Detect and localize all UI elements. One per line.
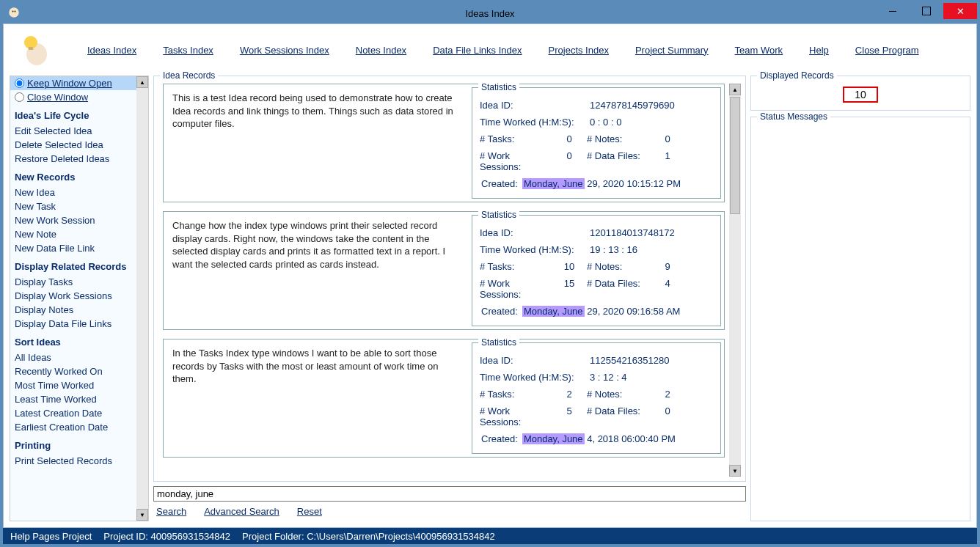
data-files-value: 0 xyxy=(653,405,682,427)
time-worked-label: Time Worked (H:M:S): xyxy=(480,117,590,128)
scroll-down-icon[interactable] xyxy=(136,509,148,521)
sidebar-new-note[interactable]: New Note xyxy=(10,227,148,241)
created-label: Created: xyxy=(481,433,518,444)
sidebar-new-work-session[interactable]: New Work Session xyxy=(10,213,148,227)
menu-project-summary[interactable]: Project Summary xyxy=(635,45,709,56)
svg-rect-5 xyxy=(29,47,33,50)
sidebar-recently-worked-on[interactable]: Recently Worked On xyxy=(10,364,148,378)
status-messages-group: Status Messages xyxy=(750,117,970,521)
notes-value: 2 xyxy=(653,389,682,400)
idea-description: Change how the index type windows print … xyxy=(164,212,469,329)
reset-button[interactable]: Reset xyxy=(297,506,322,517)
sidebar-latest-creation-date[interactable]: Latest Creation Date xyxy=(10,406,148,420)
search-input[interactable] xyxy=(153,486,746,502)
idea-id-label: Idea ID: xyxy=(480,355,590,366)
sidebar-least-time-worked[interactable]: Least Time Worked xyxy=(10,392,148,406)
scroll-down-icon[interactable] xyxy=(729,465,741,477)
sidebar-all-ideas[interactable]: All Ideas xyxy=(10,350,148,364)
sidebar-section-sort-ideas: Sort Ideas xyxy=(10,331,148,350)
tasks-label: # Tasks: xyxy=(480,389,552,400)
sidebar-new-data-file-link[interactable]: New Data File Link xyxy=(10,241,148,255)
displayed-records-legend: Displayed Records xyxy=(757,70,837,81)
idea-record-card[interactable]: Change how the index type windows print … xyxy=(163,211,725,330)
notes-label: # Notes: xyxy=(587,261,653,272)
statistics-box: Statistics Idea ID:1247878145979690 Time… xyxy=(472,87,721,199)
created-rest: 29, 2020 09:16:58 AM xyxy=(585,306,681,317)
scroll-up-icon[interactable] xyxy=(729,84,741,95)
idea-id-label: Idea ID: xyxy=(480,227,590,238)
sidebar-new-idea[interactable]: New Idea xyxy=(10,186,148,199)
notes-label: # Notes: xyxy=(587,389,653,400)
sidebar-display-tasks[interactable]: Display Tasks xyxy=(10,275,148,289)
statistics-box: Statistics Idea ID:112554216351280 Time … xyxy=(472,342,721,454)
records-scrollbar[interactable] xyxy=(729,84,741,477)
window-close-button[interactable] xyxy=(943,3,977,19)
idea-id-value: 112554216351280 xyxy=(590,355,707,366)
idea-description: This is a test Idea record being used to… xyxy=(164,84,469,202)
menu-data-file-links-index[interactable]: Data File Links Index xyxy=(433,45,522,56)
time-worked-value: 3 : 12 : 4 xyxy=(590,372,707,383)
window-maximize-button[interactable] xyxy=(910,3,943,19)
menu-projects-index[interactable]: Projects Index xyxy=(549,45,609,56)
sidebar-new-task[interactable]: New Task xyxy=(10,199,148,213)
advanced-search-button[interactable]: Advanced Search xyxy=(204,506,279,517)
sidebar-delete-selected-idea[interactable]: Delete Selected Idea xyxy=(10,138,148,152)
radio-keep-window-open[interactable]: Keep Window Open xyxy=(10,76,148,90)
created-rest: 29, 2020 10:15:12 PM xyxy=(585,178,681,189)
time-worked-value: 0 : 0 : 0 xyxy=(590,117,707,128)
logo-icon xyxy=(17,32,54,68)
radio-keep-dot[interactable] xyxy=(15,78,24,88)
data-files-label: # Data Files: xyxy=(587,150,653,172)
sidebar-edit-selected-idea[interactable]: Edit Selected Idea xyxy=(10,124,148,138)
window-minimize-button[interactable] xyxy=(876,3,910,19)
created-highlight: Monday, June xyxy=(522,178,585,189)
svg-point-1 xyxy=(12,10,13,12)
sidebar: Keep Window Open Close Window Idea's Lif… xyxy=(10,76,149,521)
tasks-label: # Tasks: xyxy=(480,133,552,144)
tasks-value: 10 xyxy=(552,261,587,272)
notes-value: 0 xyxy=(653,133,682,144)
search-button[interactable]: Search xyxy=(156,506,186,517)
created-rest: 4, 2018 06:00:40 PM xyxy=(585,433,676,444)
menu-tasks-index[interactable]: Tasks Index xyxy=(163,45,213,56)
menu-notes-index[interactable]: Notes Index xyxy=(356,45,406,56)
menu-team-work[interactable]: Team Work xyxy=(735,45,783,56)
radio-keep-label: Keep Window Open xyxy=(27,78,112,89)
idea-record-card[interactable]: In the Tasks Index type windows I want t… xyxy=(163,339,725,458)
sidebar-display-notes[interactable]: Display Notes xyxy=(10,303,148,317)
svg-point-0 xyxy=(9,7,19,18)
idea-description: In the Tasks Index type windows I want t… xyxy=(164,339,469,457)
scroll-thumb[interactable] xyxy=(730,97,740,214)
statistics-legend: Statistics xyxy=(478,337,519,348)
created-label: Created: xyxy=(481,178,518,189)
sidebar-most-time-worked[interactable]: Most Time Worked xyxy=(10,378,148,392)
sidebar-section-printing: Printing xyxy=(10,434,148,454)
time-worked-value: 19 : 13 : 16 xyxy=(590,244,707,255)
idea-record-card[interactable]: This is a test Idea record being used to… xyxy=(163,84,725,202)
menu-help[interactable]: Help xyxy=(809,45,829,56)
displayed-records-count: 10 xyxy=(843,87,878,103)
sidebar-display-data-file-links[interactable]: Display Data File Links xyxy=(10,317,148,331)
idea-id-value: 1201184013748172 xyxy=(590,227,707,238)
sidebar-display-work-sessions[interactable]: Display Work Sessions xyxy=(10,289,148,303)
displayed-records-group: Displayed Records 10 xyxy=(750,76,970,111)
titlebar: Ideas Index xyxy=(3,3,977,23)
window-title: Ideas Index xyxy=(465,8,514,19)
statusbar: Help Pages Project Project ID: 400956931… xyxy=(3,528,977,544)
scroll-up-icon[interactable] xyxy=(136,76,148,88)
sidebar-earliest-creation-date[interactable]: Earliest Creation Date xyxy=(10,420,148,434)
menu-ideas-index[interactable]: Ideas Index xyxy=(87,45,136,56)
menu-work-sessions-index[interactable]: Work Sessions Index xyxy=(240,45,329,56)
sidebar-print-selected-records[interactable]: Print Selected Records xyxy=(10,454,148,468)
idea-records-group: Idea Records This is a test Idea record … xyxy=(153,76,746,482)
tasks-value: 0 xyxy=(552,133,587,144)
radio-close-dot[interactable] xyxy=(15,92,24,102)
status-project-folder: Project Folder: C:\Users\Darren\Projects… xyxy=(242,531,495,542)
sidebar-restore-deleted-ideas[interactable]: Restore Deleted Ideas xyxy=(10,152,148,166)
tasks-label: # Tasks: xyxy=(480,261,552,272)
statistics-legend: Statistics xyxy=(478,84,519,92)
sidebar-scrollbar[interactable] xyxy=(136,76,148,521)
notes-value: 9 xyxy=(653,261,682,272)
radio-close-window[interactable]: Close Window xyxy=(10,90,148,104)
menu-close-program[interactable]: Close Program xyxy=(855,45,919,56)
